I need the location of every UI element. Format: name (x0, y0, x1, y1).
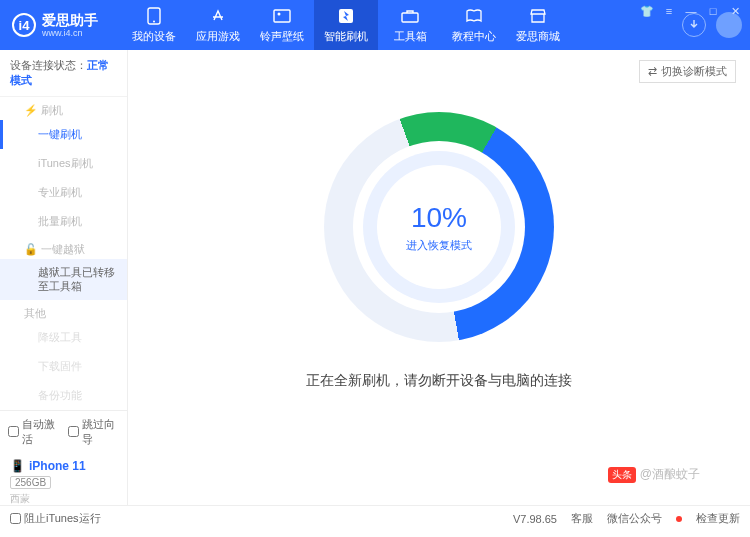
nav-toolbox[interactable]: 工具箱 (378, 0, 442, 50)
sidebar-group-flash: ⚡刷机 (0, 97, 127, 120)
sidebar-group-other: 其他 (0, 300, 127, 323)
auto-activate-checkbox[interactable]: 自动激活 (8, 417, 60, 447)
sidebar-jailbreak-note[interactable]: 越狱工具已转移至工具箱 (0, 259, 127, 300)
menu-icon[interactable]: ≡ (662, 4, 676, 18)
footer-link-wechat[interactable]: 微信公众号 (607, 511, 662, 526)
phone-small-icon: 📱 (10, 459, 25, 473)
sidebar-item-pro-flash[interactable]: 专业刷机 (0, 178, 127, 207)
device-info[interactable]: 📱iPhone 11 256GB 西蒙 (0, 453, 127, 514)
nav-label: 爱思商城 (516, 29, 560, 44)
device-capacity: 256GB (10, 476, 51, 489)
flash-icon (337, 7, 355, 25)
nav-label: 我的设备 (132, 29, 176, 44)
sidebar-item-batch-flash[interactable]: 批量刷机 (0, 207, 127, 236)
maximize-icon[interactable]: □ (706, 4, 720, 18)
nav-label: 教程中心 (452, 29, 496, 44)
sidebar-item-backup[interactable]: 备份功能 (0, 381, 127, 410)
version-label: V7.98.65 (513, 513, 557, 525)
switch-diagnostic-mode-button[interactable]: ⇄ 切换诊断模式 (639, 60, 736, 83)
watermark: 头条 @酒酿蚊子 (608, 466, 700, 483)
nav-label: 智能刷机 (324, 29, 368, 44)
block-itunes-checkbox[interactable]: 阻止iTunes运行 (10, 511, 101, 526)
svg-rect-4 (339, 9, 353, 23)
connection-status: 设备连接状态：正常模式 (0, 50, 127, 97)
skip-guide-checkbox[interactable]: 跳过向导 (68, 417, 120, 447)
nav-ringtones-wallpapers[interactable]: 铃声壁纸 (250, 0, 314, 50)
toolbox-icon (401, 7, 419, 25)
lock-icon: 🔓 (24, 243, 38, 255)
skin-icon[interactable]: 👕 (640, 4, 654, 18)
minimize-icon[interactable]: — (684, 4, 698, 18)
nav-store[interactable]: 爱思商城 (506, 0, 570, 50)
svg-point-3 (278, 12, 281, 15)
sidebar-item-downgrade[interactable]: 降级工具 (0, 323, 127, 352)
footer-link-check-update[interactable]: 检查更新 (696, 511, 740, 526)
brand-site: www.i4.cn (42, 29, 98, 38)
swap-icon: ⇄ (648, 65, 657, 78)
sidebar: 设备连接状态：正常模式 ⚡刷机 一键刷机 iTunes刷机 专业刷机 批量刷机 … (0, 50, 128, 505)
book-icon (465, 7, 483, 25)
phone-icon (145, 7, 163, 25)
top-nav: 我的设备 应用游戏 铃声壁纸 智能刷机 工具箱 教程中心 爱思商城 (122, 0, 672, 50)
nav-smart-flash[interactable]: 智能刷机 (314, 0, 378, 50)
main-content: ⇄ 切换诊断模式 10% 进入恢复模式 正在全新刷机，请勿断开设备与电脑的连接 … (128, 50, 750, 505)
image-icon (273, 7, 291, 25)
close-icon[interactable]: ✕ (728, 4, 742, 18)
brand-logo: i4 爱思助手 www.i4.cn (12, 13, 122, 38)
sidebar-item-itunes-flash[interactable]: iTunes刷机 (0, 149, 127, 178)
progress-percent: 10% (411, 202, 467, 234)
sidebar-item-one-click-flash[interactable]: 一键刷机 (0, 120, 127, 149)
nav-label: 工具箱 (394, 29, 427, 44)
appstore-icon (209, 7, 227, 25)
logo-badge-icon: i4 (12, 13, 36, 37)
sidebar-item-download-firmware[interactable]: 下载固件 (0, 352, 127, 381)
brand-name: 爱思助手 (42, 13, 98, 27)
svg-point-1 (153, 20, 155, 22)
nav-label: 铃声壁纸 (260, 29, 304, 44)
flash-group-icon: ⚡ (24, 104, 38, 116)
update-dot-icon (676, 516, 682, 522)
nav-tutorials[interactable]: 教程中心 (442, 0, 506, 50)
status-message: 正在全新刷机，请勿断开设备与电脑的连接 (306, 372, 572, 390)
nav-my-device[interactable]: 我的设备 (122, 0, 186, 50)
svg-rect-2 (274, 10, 290, 22)
footer-link-support[interactable]: 客服 (571, 511, 593, 526)
store-icon (529, 7, 547, 25)
progress-sub-label: 进入恢复模式 (406, 238, 472, 253)
svg-rect-5 (402, 13, 418, 22)
progress-ring: 10% 进入恢复模式 (324, 112, 554, 342)
device-location: 西蒙 (10, 492, 117, 506)
sidebar-group-jailbreak: 🔓一键越狱 (0, 236, 127, 259)
nav-apps-games[interactable]: 应用游戏 (186, 0, 250, 50)
nav-label: 应用游戏 (196, 29, 240, 44)
